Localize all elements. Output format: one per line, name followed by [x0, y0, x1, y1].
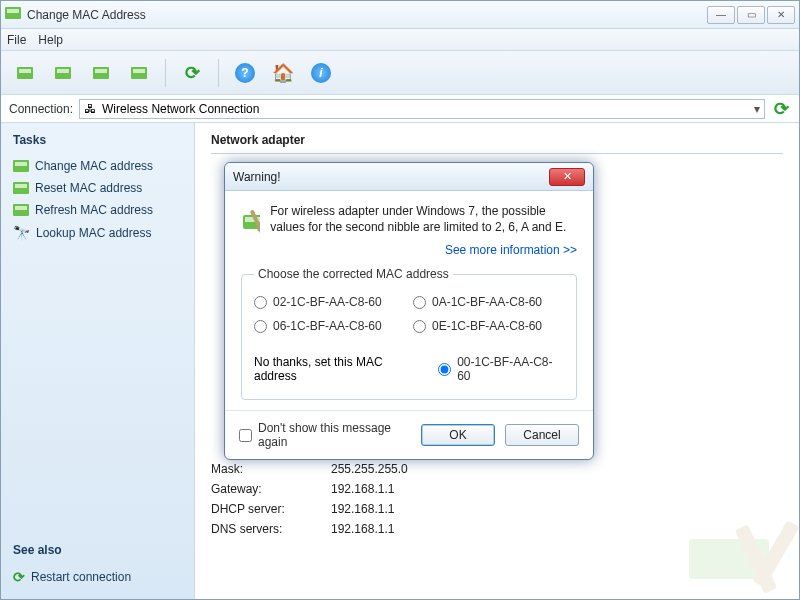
prop-key: Mask:	[211, 462, 331, 476]
nic-tools-icon	[241, 203, 260, 239]
toolbar-separator	[165, 59, 166, 87]
toolbar-change-mac[interactable]	[9, 57, 41, 89]
more-info-link[interactable]: See more information >>	[241, 243, 577, 257]
see-also-heading: See also	[9, 543, 186, 557]
see-also-label: Restart connection	[31, 570, 131, 584]
toolbar-separator	[218, 59, 219, 87]
task-reset-mac[interactable]: Reset MAC address	[9, 177, 186, 199]
task-change-mac[interactable]: Change MAC address	[9, 155, 186, 177]
toolbar-refresh-mac[interactable]	[85, 57, 117, 89]
sidebar: Tasks Change MAC address Reset MAC addre…	[1, 123, 195, 599]
connection-refresh-button[interactable]: ⟳	[771, 99, 791, 119]
dialog-body: For wireless adapter under Windows 7, th…	[225, 191, 593, 410]
mac-option[interactable]: 02-1C-BF-AA-C8-60	[254, 295, 405, 309]
task-lookup-mac[interactable]: 🔭Lookup MAC address	[9, 221, 186, 245]
home-icon: 🏠	[272, 62, 294, 84]
task-label: Lookup MAC address	[36, 226, 151, 240]
dialog-message-row: For wireless adapter under Windows 7, th…	[241, 203, 577, 239]
section-heading: Network adapter	[211, 133, 783, 147]
dont-show-check[interactable]	[239, 429, 252, 442]
no-thanks-label: No thanks, set this MAC address	[254, 355, 426, 383]
prop-key: DNS servers:	[211, 522, 331, 536]
divider	[211, 153, 783, 154]
task-label: Refresh MAC address	[35, 203, 153, 217]
prop-key: Gateway:	[211, 482, 331, 496]
menu-file[interactable]: File	[7, 33, 26, 47]
nic-icon	[13, 204, 29, 216]
watermark-icon	[679, 509, 799, 599]
ok-button[interactable]: OK	[421, 424, 495, 446]
refresh-icon: ⟳	[185, 62, 200, 84]
help-icon: ?	[235, 63, 255, 83]
toolbar: ⟳ ? 🏠 i	[1, 51, 799, 95]
chevron-down-icon: ▾	[754, 102, 760, 116]
menu-bar: File Help	[1, 29, 799, 51]
mac-option[interactable]: 06-1C-BF-AA-C8-60	[254, 319, 405, 333]
minimize-button[interactable]: —	[707, 6, 735, 24]
toolbar-home[interactable]: 🏠	[267, 57, 299, 89]
dialog-message: For wireless adapter under Windows 7, th…	[270, 203, 577, 239]
mac-option-label: 00-1C-BF-AA-C8-60	[457, 355, 564, 383]
refresh-icon: ⟳	[774, 98, 789, 120]
window-title: Change MAC Address	[27, 8, 707, 22]
dont-show-checkbox[interactable]: Don't show this message again	[239, 421, 411, 449]
prop-value: 192.168.1.1	[331, 482, 783, 496]
toolbar-refresh[interactable]: ⟳	[176, 57, 208, 89]
task-refresh-mac[interactable]: Refresh MAC address	[9, 199, 186, 221]
mac-option-no-thanks[interactable]: 00-1C-BF-AA-C8-60	[438, 355, 564, 383]
binoculars-icon: 🔭	[13, 225, 30, 241]
mac-radio[interactable]	[413, 320, 426, 333]
mac-options-fieldset: Choose the corrected MAC address 02-1C-B…	[241, 267, 577, 400]
mac-radio[interactable]	[254, 320, 267, 333]
close-button[interactable]: ✕	[767, 6, 795, 24]
mac-option[interactable]: 0E-1C-BF-AA-C8-60	[413, 319, 564, 333]
task-label: Change MAC address	[35, 159, 153, 173]
toolbar-lookup-mac[interactable]	[123, 57, 155, 89]
toolbar-reset-mac[interactable]	[47, 57, 79, 89]
task-label: Reset MAC address	[35, 181, 142, 195]
prop-key: DHCP server:	[211, 502, 331, 516]
refresh-icon: ⟳	[13, 569, 25, 585]
mac-option-label: 06-1C-BF-AA-C8-60	[273, 319, 382, 333]
nic-icon	[13, 160, 29, 172]
menu-help[interactable]: Help	[38, 33, 63, 47]
mac-radio[interactable]	[438, 363, 451, 376]
fieldset-legend: Choose the corrected MAC address	[254, 267, 453, 281]
cancel-button[interactable]: Cancel	[505, 424, 579, 446]
see-also-restart[interactable]: ⟳Restart connection	[9, 565, 186, 589]
window-controls: — ▭ ✕	[707, 6, 795, 24]
mac-option[interactable]: 0A-1C-BF-AA-C8-60	[413, 295, 564, 309]
tasks-heading: Tasks	[9, 133, 186, 147]
network-icon: 🖧	[84, 102, 96, 116]
mac-option-label: 02-1C-BF-AA-C8-60	[273, 295, 382, 309]
mac-radio[interactable]	[413, 296, 426, 309]
nic-icon	[13, 182, 29, 194]
toolbar-help[interactable]: ?	[229, 57, 261, 89]
connection-value: Wireless Network Connection	[102, 102, 259, 116]
no-thanks-row: No thanks, set this MAC address 00-1C-BF…	[254, 351, 564, 387]
warning-dialog: Warning! ✕ For wireless adapter under Wi…	[224, 162, 594, 460]
dialog-close-button[interactable]: ✕	[549, 168, 585, 186]
dialog-title: Warning!	[233, 170, 549, 184]
mac-option-label: 0E-1C-BF-AA-C8-60	[432, 319, 542, 333]
toolbar-about[interactable]: i	[305, 57, 337, 89]
title-bar: Change MAC Address — ▭ ✕	[1, 1, 799, 29]
app-icon	[5, 7, 21, 23]
connection-row: Connection: 🖧 Wireless Network Connectio…	[1, 95, 799, 123]
dont-show-label: Don't show this message again	[258, 421, 411, 449]
maximize-button[interactable]: ▭	[737, 6, 765, 24]
info-icon: i	[311, 63, 331, 83]
dialog-footer: Don't show this message again OK Cancel	[225, 410, 593, 459]
dialog-titlebar: Warning! ✕	[225, 163, 593, 191]
mac-radio[interactable]	[254, 296, 267, 309]
connection-label: Connection:	[9, 102, 73, 116]
mac-option-label: 0A-1C-BF-AA-C8-60	[432, 295, 542, 309]
connection-dropdown[interactable]: 🖧 Wireless Network Connection ▾	[79, 99, 765, 119]
prop-value: 255.255.255.0	[331, 462, 783, 476]
